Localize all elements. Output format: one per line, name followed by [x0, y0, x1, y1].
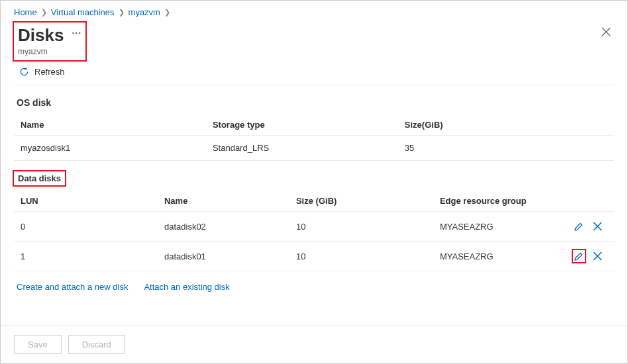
- delete-icon[interactable]: [590, 219, 605, 234]
- close-icon[interactable]: [598, 21, 614, 46]
- toolbar: Refresh: [1, 62, 627, 85]
- os-storage: Standard_LRS: [206, 136, 398, 161]
- table-row: 0 datadisk02 10 MYASEAZRG: [14, 212, 614, 242]
- breadcrumb-home[interactable]: Home: [14, 7, 37, 17]
- save-button[interactable]: Save: [14, 335, 62, 354]
- table-row: 1 datadisk01 10 MYASEAZRG: [14, 242, 614, 271]
- refresh-icon[interactable]: [19, 67, 29, 77]
- os-name: myazosdisk1: [14, 136, 206, 161]
- page-subtitle: myazvm: [18, 47, 81, 56]
- os-disk-table: Name Storage type Size(GiB) myazosdisk1 …: [14, 114, 614, 161]
- chevron-right-icon: ❯: [164, 8, 170, 17]
- os-size: 35: [398, 136, 614, 161]
- more-actions-icon[interactable]: ···: [72, 28, 81, 38]
- dd-erg: MYASEAZRG: [433, 212, 565, 242]
- chevron-right-icon: ❯: [41, 8, 47, 17]
- edit-icon[interactable]: [572, 249, 586, 263]
- page-title-block: Disks ··· myazvm: [13, 21, 87, 62]
- dd-col-size: Size (GiB): [289, 191, 433, 212]
- os-col-name: Name: [14, 114, 206, 136]
- footer: Save Discard: [1, 325, 627, 363]
- table-row: myazosdisk1 Standard_LRS 35: [14, 136, 614, 161]
- dd-name: datadisk02: [158, 212, 289, 242]
- dd-size: 10: [289, 212, 433, 242]
- breadcrumb: Home ❯ Virtual machines ❯ myazvm ❯: [1, 1, 627, 21]
- create-disk-link[interactable]: Create and attach a new disk: [17, 282, 128, 292]
- dd-name: datadisk01: [158, 242, 289, 271]
- os-disk-section-title: OS disk: [1, 85, 627, 114]
- dd-col-name: Name: [158, 191, 289, 212]
- disk-actions-links: Create and attach a new disk Attach an e…: [1, 271, 627, 297]
- os-col-size: Size(GiB): [398, 114, 614, 136]
- dd-lun: 0: [14, 212, 158, 242]
- page-title: Disks: [18, 25, 64, 46]
- dd-col-erg: Edge resource group: [433, 191, 565, 212]
- chevron-right-icon: ❯: [119, 8, 125, 17]
- dd-size: 10: [289, 242, 433, 271]
- discard-button[interactable]: Discard: [68, 335, 125, 354]
- os-col-storage: Storage type: [206, 114, 398, 136]
- delete-icon[interactable]: [590, 249, 605, 263]
- dd-erg: MYASEAZRG: [433, 242, 565, 271]
- edit-icon[interactable]: [572, 219, 586, 234]
- dd-lun: 1: [14, 242, 158, 271]
- attach-disk-link[interactable]: Attach an existing disk: [144, 282, 229, 292]
- dd-col-lun: LUN: [14, 191, 158, 212]
- data-disks-section-title-wrap: Data disks: [13, 170, 627, 187]
- breadcrumb-myazvm[interactable]: myazvm: [129, 7, 160, 17]
- data-disks-table: LUN Name Size (GiB) Edge resource group …: [14, 191, 614, 271]
- breadcrumb-vm[interactable]: Virtual machines: [51, 7, 115, 17]
- refresh-button[interactable]: Refresh: [34, 67, 65, 77]
- data-disks-section-title: Data disks: [13, 170, 66, 187]
